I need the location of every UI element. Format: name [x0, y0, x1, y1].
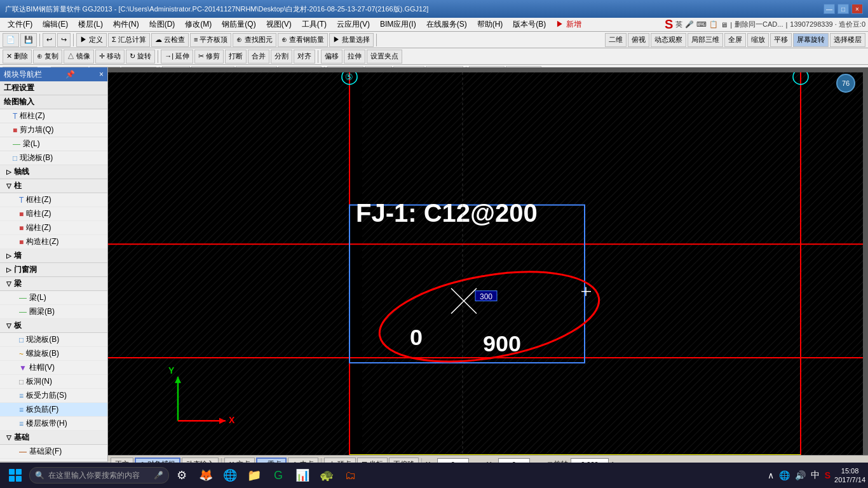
taskbar-app-1[interactable]: ⚙ [170, 464, 193, 486]
menu-cloud[interactable]: 云应用(V) [332, 18, 375, 31]
menu-view[interactable]: 视图(V) [261, 18, 297, 31]
nav-section-drawing[interactable]: 绘图输入 [0, 95, 107, 109]
cloud-check-btn[interactable]: ☁ 云检查 [151, 33, 189, 47]
menu-help[interactable]: 帮助(H) [472, 18, 508, 31]
nav-beam[interactable]: —梁(L) [0, 137, 107, 151]
minimize-button[interactable]: — [824, 4, 835, 14]
level-board-btn[interactable]: ≡ 平齐板顶 [190, 33, 231, 47]
menu-version[interactable]: 版本号(B) [508, 18, 551, 31]
nav-sub-cast-board[interactable]: □现浇板(B) [0, 333, 107, 347]
start-button[interactable] [3, 464, 28, 486]
nav-group-axis[interactable]: ▷轴线 [0, 165, 107, 179]
new-btn[interactable]: 📄 [3, 33, 19, 47]
2d-btn[interactable]: 二维 [605, 33, 627, 47]
nav-group-foundation[interactable]: ▽基础 [0, 431, 107, 445]
nav-sub-board-neg-rebar[interactable]: ≡板负筋(F) [0, 403, 107, 417]
nav-sub-board-rebar[interactable]: ≡板受力筋(S) [0, 389, 107, 403]
screen-rotate-btn[interactable]: 屏幕旋转 [793, 33, 829, 47]
menu-tools[interactable]: 工具(T) [297, 18, 332, 31]
undo-btn[interactable]: ↩ [43, 33, 56, 47]
redo-btn[interactable]: ↪ [57, 33, 71, 47]
nav-sub-beam[interactable]: —梁(L) [0, 291, 107, 305]
close-button[interactable]: × [851, 4, 863, 14]
pan-btn[interactable]: 平移 [770, 33, 792, 47]
nav-sub-found-beam[interactable]: —基础梁(F) [0, 445, 107, 459]
nav-sub-struct-col[interactable]: ■构造柱(Z) [0, 235, 107, 249]
nav-sub-board-hole[interactable]: □板洞(N) [0, 375, 107, 389]
taskbar-app-7[interactable]: 🐢 [315, 464, 338, 486]
nav-close-icon[interactable]: × [99, 70, 104, 79]
nav-sub-spiral-board[interactable]: ~螺旋板(B) [0, 347, 107, 361]
merge-btn[interactable]: 合并 [248, 50, 269, 64]
break-btn[interactable]: 打断 [225, 50, 247, 64]
menu-file[interactable]: 文件(F) [3, 18, 37, 31]
select-floor-btn[interactable]: 选择楼层 [830, 33, 865, 47]
taskbar-app-8[interactable]: 🗂 [339, 464, 362, 486]
tray-sound-icon[interactable]: 🔊 [794, 469, 807, 482]
nav-group-door[interactable]: ▷门窗洞 [0, 263, 107, 277]
nav-sub-col-cap[interactable]: ▼柱帽(V) [0, 361, 107, 375]
tray-time[interactable]: 15:08 2017/7/14 [834, 466, 865, 485]
nav-sub-hidden-col[interactable]: ■暗柱(Z) [0, 207, 107, 221]
copy-btn[interactable]: ⊕ 复制 [33, 50, 62, 64]
trim-btn[interactable]: ✂ 修剪 [194, 50, 224, 64]
nav-sub-ring-beam[interactable]: —圈梁(B) [0, 305, 107, 319]
align-btn[interactable]: 对齐 [294, 50, 315, 64]
tray-up-icon[interactable]: ∧ [766, 469, 775, 482]
find-btn[interactable]: ⊕ 查找图元 [233, 33, 276, 47]
main-canvas[interactable]: ⑤ FJ-1: C12@200 0 900 300 Y X [108, 67, 868, 455]
menu-edit[interactable]: 编辑(E) [37, 18, 73, 31]
move-btn[interactable]: ✛ 移动 [95, 50, 125, 64]
menu-modify[interactable]: 修改(M) [180, 18, 217, 31]
top-view-btn[interactable]: 俯视 [628, 33, 649, 47]
batch-select-btn[interactable]: ▶ 批量选择 [329, 33, 374, 47]
menu-floor[interactable]: 楼层(L) [73, 18, 108, 31]
save-btn[interactable]: 💾 [20, 33, 37, 47]
nav-group-beam[interactable]: ▽梁 [0, 277, 107, 291]
taskbar-app-4[interactable]: 📁 [243, 464, 266, 486]
mirror-btn[interactable]: △ 镜像 [64, 50, 94, 64]
tray-sougou-icon[interactable]: S [824, 469, 832, 482]
nav-sub-end-col[interactable]: ■端柱(Z) [0, 221, 107, 235]
view-rebar-btn[interactable]: ⊕ 查看钢筋量 [278, 33, 328, 47]
tray-lang-icon[interactable]: 中 [810, 468, 821, 482]
phone-info: 13907298339 · 造价豆:0 [790, 20, 865, 29]
menu-bim[interactable]: BIM应用(I) [375, 18, 421, 31]
menu-online[interactable]: 在线服务(S) [421, 18, 472, 31]
nav-frame-col[interactable]: T框柱(Z) [0, 109, 107, 123]
stretch-btn[interactable]: 拉伸 [344, 50, 365, 64]
nav-pin-icon[interactable]: 📌 [65, 70, 75, 79]
rotate-btn[interactable]: ↻ 旋转 [126, 50, 155, 64]
nav-sub-floor-band[interactable]: ≡楼层板带(H) [0, 417, 107, 431]
menu-rebar[interactable]: 钢筋量(Q) [217, 18, 261, 31]
zoom-btn[interactable]: 缩放 [747, 33, 769, 47]
taskbar-app-5[interactable]: G [267, 464, 290, 486]
calc-btn[interactable]: Σ 汇总计算 [108, 33, 150, 47]
partial-3d-btn[interactable]: 局部三维 [688, 33, 723, 47]
fullscreen-btn[interactable]: 全屏 [724, 33, 746, 47]
nav-group-board[interactable]: ▽板 [0, 319, 107, 333]
tray-network-icon[interactable]: 🌐 [778, 469, 791, 482]
menu-component[interactable]: 构件(N) [108, 18, 144, 31]
setpoint-btn[interactable]: 设置夹点 [367, 50, 402, 64]
taskbar-app-3[interactable]: 🌐 [219, 464, 241, 486]
nav-shear-wall[interactable]: ■剪力墙(Q) [0, 123, 107, 137]
maximize-button[interactable]: □ [837, 4, 849, 14]
dynamic-btn[interactable]: 动态观察 [651, 33, 686, 47]
split-btn[interactable]: 分割 [271, 50, 292, 64]
nav-group-wall[interactable]: ▷墙 [0, 249, 107, 263]
define-btn[interactable]: ▶ 定义 [76, 33, 107, 47]
nav-cast-board[interactable]: □现浇板(B) [0, 151, 107, 165]
nav-group-col[interactable]: ▽柱 [0, 179, 107, 193]
nav-sub-raft[interactable]: □筏板基础(M) [0, 459, 107, 461]
extend-btn[interactable]: →| 延伸 [161, 50, 193, 64]
taskbar-app-2[interactable]: 🦊 [194, 464, 217, 486]
taskbar-search[interactable]: 🔍 在这里输入你要搜索的内容 🎤 [29, 467, 169, 484]
menu-new[interactable]: ▶ 新增 [551, 18, 586, 31]
menu-draw[interactable]: 绘图(D) [144, 18, 180, 31]
delete-btn[interactable]: ✕ 删除 [3, 50, 32, 64]
nav-section-engineering[interactable]: 工程设置 [0, 81, 107, 95]
taskbar-app-6[interactable]: 📊 [291, 464, 314, 486]
nav-sub-frame-col[interactable]: T框柱(Z) [0, 193, 107, 207]
offset-btn[interactable]: 偏移 [321, 50, 342, 64]
